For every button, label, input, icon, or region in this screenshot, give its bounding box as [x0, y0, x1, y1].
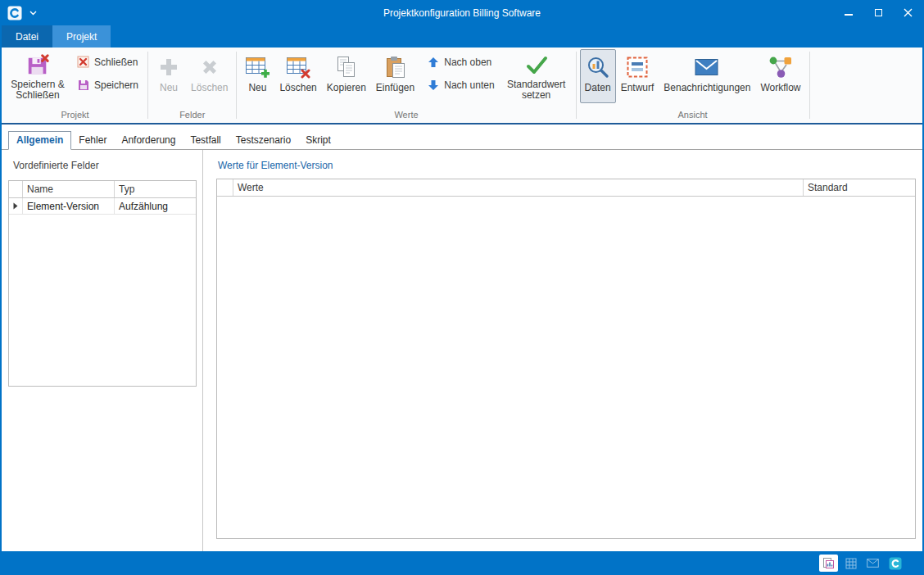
view-workflow-button[interactable]: Workflow [755, 49, 805, 103]
delete-field-icon [199, 53, 220, 81]
doc-tab-fehler[interactable]: Fehler [71, 132, 114, 149]
app-window: Projektkonfiguration Billing Software Da… [0, 0, 924, 575]
arrow-up-icon [427, 56, 440, 69]
maximize-icon [875, 9, 882, 16]
window-title: Projektkonfiguration Billing Software [2, 7, 922, 19]
ribbon-group-felder: Neu Löschen Felder [149, 48, 235, 123]
column-header-standard[interactable]: Standard [804, 179, 915, 196]
values-grid-body [217, 197, 915, 538]
save-button[interactable]: Speichern [73, 76, 143, 94]
new-value-label: Neu [248, 83, 266, 93]
new-field-icon [158, 53, 179, 81]
ribbon-group-separator [809, 52, 810, 119]
group-caption-werte: Werte [240, 108, 572, 123]
close-project-icon [77, 56, 90, 69]
column-header-typ[interactable]: Typ [115, 181, 196, 197]
window-controls [834, 0, 922, 25]
envelope-icon [695, 53, 719, 81]
ribbon-group-separator [236, 52, 237, 119]
doc-tab-anforderung[interactable]: Anforderung [114, 132, 183, 149]
close-button[interactable] [893, 0, 922, 25]
fields-panel: Vordefinierte Felder Name Typ Element-Ve… [2, 150, 203, 551]
status-view-entwurf-button[interactable] [841, 555, 860, 572]
group-caption-projekt: Projekt [6, 108, 144, 123]
group-caption-felder: Felder [152, 108, 233, 123]
werte-move-buttons: Nach oben Nach unten [423, 53, 498, 94]
maximize-button[interactable] [863, 0, 893, 25]
copy-icon [336, 53, 357, 81]
doc-tab-skript[interactable]: Skript [298, 132, 338, 149]
new-value-button[interactable]: Neu [240, 49, 274, 103]
values-grid: Werte Standard [216, 179, 916, 539]
move-up-label: Nach oben [444, 57, 491, 68]
save-label: Speichern [94, 79, 138, 91]
view-daten-label: Daten [585, 83, 611, 93]
daten-view-icon [587, 53, 609, 81]
fields-panel-caption: Vordefinierte Felder [13, 160, 197, 171]
values-grid-header: Werte Standard [217, 179, 915, 197]
new-field-button[interactable]: Neu [152, 49, 186, 103]
status-view-benachrichtigungen-button[interactable] [863, 555, 882, 572]
column-header-name[interactable]: Name [23, 181, 115, 197]
paste-button[interactable]: Einfügen [371, 49, 419, 103]
status-entwurf-icon [845, 558, 857, 569]
doc-tab-testszenario[interactable]: Testszenario [229, 132, 298, 149]
minimize-button[interactable] [834, 0, 863, 25]
workflow-icon [768, 53, 793, 81]
copy-button[interactable]: Kopieren [322, 49, 371, 103]
copy-label: Kopieren [327, 83, 366, 93]
table-row[interactable]: Element-Version Aufzählung [9, 198, 196, 215]
paste-label: Einfügen [376, 83, 414, 93]
view-workflow-label: Workflow [760, 83, 800, 93]
status-app-logo-icon [889, 557, 902, 570]
statusbar [2, 551, 922, 575]
view-entwurf-label: Entwurf [621, 83, 654, 93]
arrow-down-icon [427, 79, 440, 92]
move-down-label: Nach unten [444, 79, 494, 91]
cell-field-typ: Aufzählung [115, 198, 196, 214]
values-panel-caption: Werte für Element-Version [218, 160, 916, 171]
close-project-label: Schließen [94, 57, 138, 68]
ribbon-tab-projekt[interactable]: Projekt [52, 25, 111, 48]
delete-value-label: Löschen [279, 83, 316, 93]
ribbon-group-separator [147, 52, 148, 119]
group-caption-ansicht: Ansicht [580, 108, 806, 123]
minimize-icon [845, 14, 853, 16]
column-header-werte[interactable]: Werte [233, 179, 804, 196]
new-value-icon [245, 53, 270, 81]
move-up-button[interactable]: Nach oben [423, 53, 498, 71]
ribbon-tab-datei[interactable]: Datei [2, 25, 52, 48]
view-benachrichtigungen-label: Benachrichtigungen [664, 83, 750, 93]
ribbon-group-werte: Neu Löschen [238, 48, 574, 123]
save-and-close-button[interactable]: Speichern & Schließen [6, 49, 70, 103]
set-default-button[interactable]: Standardwert setzen [500, 49, 573, 103]
view-benachrichtigungen-button[interactable]: Benachrichtigungen [659, 49, 755, 103]
save-and-close-label: Speichern & Schließen [11, 79, 65, 101]
set-default-label: Standardwert setzen [505, 79, 568, 101]
projekt-small-buttons: Schließen Speichern [73, 53, 143, 94]
doc-tab-allgemein[interactable]: Allgemein [8, 131, 71, 150]
document-tab-strip: Allgemein Fehler Anforderung Testfall Te… [2, 125, 922, 150]
cell-field-name: Element-Version [23, 198, 115, 214]
entwurf-view-icon [627, 53, 648, 81]
view-entwurf-button[interactable]: Entwurf [616, 49, 659, 103]
close-project-button[interactable]: Schließen [73, 53, 143, 71]
doc-tab-testfall[interactable]: Testfall [183, 132, 228, 149]
fields-grid-header: Name Typ [9, 181, 196, 198]
values-panel: Werte für Element-Version Werte Standard [203, 150, 922, 551]
delete-value-button[interactable]: Löschen [274, 49, 321, 103]
delete-value-icon [286, 53, 310, 81]
save-icon [77, 79, 90, 92]
status-app-logo-button[interactable] [886, 555, 904, 572]
row-indicator-icon [9, 198, 23, 214]
fields-grid: Name Typ Element-Version Aufzählung [8, 180, 197, 387]
move-down-button[interactable]: Nach unten [423, 76, 498, 94]
view-daten-button[interactable]: Daten [580, 49, 616, 103]
delete-field-button[interactable]: Löschen [186, 49, 233, 103]
ribbon-group-ansicht: Daten Entwurf [578, 48, 808, 123]
status-view-daten-button[interactable] [819, 555, 838, 572]
ribbon-group-projekt: Speichern & Schließen Schließen [3, 48, 147, 123]
ribbon-group-separator [576, 52, 577, 119]
new-field-label: Neu [160, 83, 178, 93]
ribbon: Speichern & Schließen Schließen [2, 48, 922, 125]
